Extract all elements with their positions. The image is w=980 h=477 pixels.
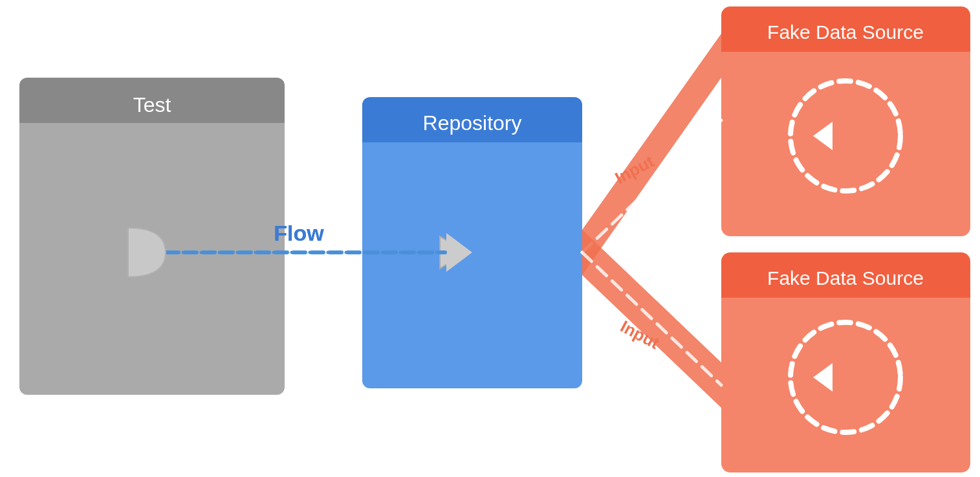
svg-marker-8 [582,34,721,275]
input-band-1: Input [582,34,721,275]
fake-source-1-label: Fake Data Source [767,21,924,43]
svg-text:Flow: Flow [274,221,324,245]
fake-source-2-label: Fake Data Source [767,267,924,289]
fake-source-1-body [721,36,970,236]
diagram-canvas: Test Repository Fake Data Source Fake Da… [0,0,980,477]
repository-node-body [362,129,582,388]
repository-node-label: Repository [423,111,522,135]
test-node-label: Test [133,93,171,116]
fake-source-2-body [721,282,970,472]
input-band-2: Input [582,230,721,408]
